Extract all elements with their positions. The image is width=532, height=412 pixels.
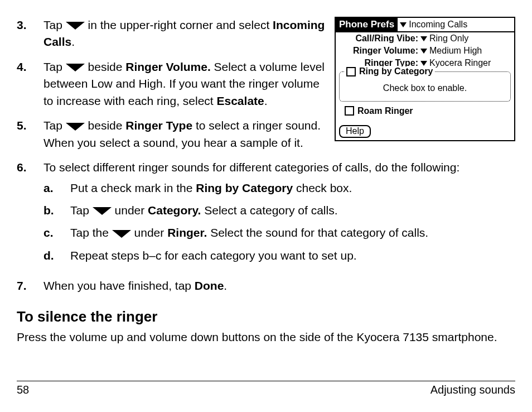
ring-by-category-hint: Check box to enable. — [344, 83, 506, 93]
roam-ringer-row: Roam Ringer — [336, 104, 514, 119]
chapter-title: Adjusting sounds — [431, 384, 515, 396]
pref-value-dropdown[interactable]: Ring Only — [420, 33, 468, 44]
content-area: Phone Prefs Incoming Calls Call/Ring Vib… — [17, 17, 515, 346]
ring-by-category-title: Ring by Category — [344, 66, 435, 76]
substep-body: Tap under Category. Select a category of… — [70, 202, 515, 219]
checkbox-icon[interactable] — [346, 67, 356, 76]
step-number: 7. — [17, 277, 43, 294]
substep-c: c. Tap the under Ringer. Select the soun… — [43, 224, 515, 241]
ring-by-category-group: Ring by Category Check box to enable. — [339, 71, 511, 102]
phone-prefs-menu[interactable]: Incoming Calls — [398, 18, 514, 31]
step-number: 6. — [17, 159, 43, 270]
dropdown-icon — [420, 36, 427, 41]
page-number: 58 — [17, 384, 29, 396]
svg-marker-1 — [66, 64, 85, 71]
substep-number: b. — [43, 202, 70, 219]
checkbox-icon[interactable] — [345, 106, 354, 116]
page-footer: 58 Adjusting sounds — [17, 381, 515, 396]
dropdown-icon — [66, 22, 85, 30]
step-7: 7. When you have finished, tap Done. — [17, 277, 515, 294]
step-number: 4. — [17, 59, 43, 109]
pref-label: Call/Ring Vibe: — [336, 33, 420, 44]
dropdown-icon — [420, 49, 427, 54]
pref-row-ringer-volume: Ringer Volume: Medium High — [336, 45, 514, 57]
pref-value-text: Medium High — [429, 46, 482, 56]
dropdown-icon — [400, 22, 407, 27]
phone-prefs-title: Phone Prefs — [336, 18, 398, 31]
help-button[interactable]: Help — [339, 125, 371, 138]
substep-d: d. Repeat steps b–c for each category yo… — [43, 247, 515, 264]
ring-by-category-label: Ring by Category — [359, 66, 433, 76]
pref-value-text: Kyocera Ringer — [429, 58, 491, 68]
section-body: Press the volume up and volume down butt… — [17, 329, 515, 346]
substep-number: d. — [43, 247, 70, 264]
substep-body: Tap the under Ringer. Select the sound f… — [70, 224, 515, 241]
phone-prefs-screenshot: Phone Prefs Incoming Calls Call/Ring Vib… — [335, 17, 515, 141]
dropdown-icon — [420, 61, 427, 66]
substep-list: a. Put a check mark in the Ring by Categ… — [43, 180, 515, 265]
step-number: 5. — [17, 117, 43, 151]
step-6: 6. To select different ringer sounds for… — [17, 159, 515, 270]
step-body: Tap beside Ringer Type to select a ringe… — [43, 117, 328, 151]
pref-value-dropdown[interactable]: Medium High — [420, 46, 482, 56]
dropdown-icon — [112, 230, 131, 238]
substep-body: Put a check mark in the Ring by Category… — [70, 180, 515, 197]
help-row: Help — [336, 119, 514, 140]
pref-row-call-ring-vibe: Call/Ring Vibe: Ring Only — [336, 32, 514, 45]
dropdown-icon — [66, 123, 85, 131]
step-number: 3. — [17, 17, 43, 51]
step-body: Tap beside Ringer Volume. Select a volum… — [43, 59, 328, 109]
step-body: Tap in the upper-right corner and select… — [43, 17, 328, 51]
svg-marker-3 — [93, 207, 112, 215]
step-body: When you have finished, tap Done. — [43, 277, 515, 294]
section-heading-silence-ringer: To silence the ringer — [17, 308, 515, 325]
roam-ringer-label: Roam Ringer — [357, 106, 413, 116]
svg-marker-2 — [66, 123, 85, 131]
substep-number: c. — [43, 224, 70, 241]
step-4: 4. Tap beside Ringer Volume. Select a vo… — [17, 59, 328, 109]
step-body: To select different ringer sounds for di… — [43, 159, 515, 270]
substep-body: Repeat steps b–c for each category you w… — [70, 247, 515, 264]
pref-value-text: Ring Only — [429, 33, 468, 44]
svg-marker-4 — [112, 230, 131, 238]
dropdown-icon — [93, 207, 112, 215]
phone-prefs-menu-label: Incoming Calls — [409, 20, 467, 30]
step-3: 3. Tap in the upper-right corner and sel… — [17, 17, 328, 51]
page: Phone Prefs Incoming Calls Call/Ring Vib… — [0, 0, 532, 412]
substep-b: b. Tap under Category. Select a category… — [43, 202, 515, 219]
phone-prefs-header: Phone Prefs Incoming Calls — [336, 18, 514, 32]
substep-number: a. — [43, 180, 70, 197]
dropdown-icon — [66, 64, 85, 71]
pref-label: Ringer Volume: — [336, 46, 420, 56]
step-5: 5. Tap beside Ringer Type to select a ri… — [17, 117, 328, 151]
substep-a: a. Put a check mark in the Ring by Categ… — [43, 180, 515, 197]
svg-marker-0 — [66, 22, 85, 30]
